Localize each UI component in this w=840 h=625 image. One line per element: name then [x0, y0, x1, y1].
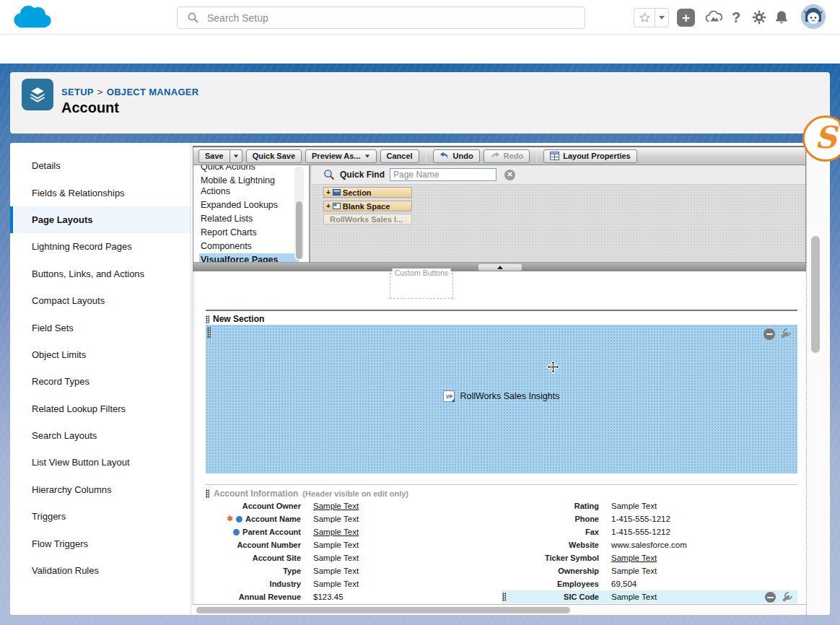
user-avatar[interactable] — [801, 4, 826, 29]
palette-item-rollworks-sales-insights: RollWorks Sales I... — [323, 214, 412, 224]
controlled-field-dot-icon — [233, 529, 240, 536]
layout-field-row[interactable]: Rating Sample Text — [502, 499, 797, 512]
layout-field-row[interactable]: ✱Account Name Sample Text — [206, 512, 502, 525]
palette-category-related-lists[interactable]: Related Lists — [199, 212, 299, 226]
trailhead-button[interactable] — [704, 9, 724, 26]
field-label: Rating — [574, 502, 599, 510]
layout-editor-toolbar: Save Quick Save Preview As... Cancel Und… — [193, 146, 806, 165]
layout-properties-button[interactable]: Layout Properties — [543, 149, 637, 163]
field-properties-wrench-icon[interactable] — [781, 591, 793, 603]
palette-collapse-button[interactable] — [478, 264, 522, 271]
palette-item-label: Section — [343, 188, 372, 197]
field-value: Sample Text — [313, 580, 359, 588]
drag-handle-icon[interactable] — [206, 315, 209, 323]
layout-field-row[interactable]: Employees 69,504 — [502, 577, 797, 590]
preview-as-button[interactable]: Preview As... — [305, 149, 376, 163]
new-section-header[interactable]: New Section — [206, 314, 264, 324]
object-manager-sidebar: Details Fields & Relationships Page Layo… — [10, 143, 191, 615]
layout-field-row[interactable]: Account Number Sample Text — [206, 538, 502, 551]
chevron-up-icon — [497, 266, 503, 269]
breadcrumb-object-manager-link[interactable]: OBJECT MANAGER — [107, 87, 199, 97]
sidebar-item-compact-layouts[interactable]: Compact Layouts — [10, 287, 191, 314]
sidebar-item-record-types[interactable]: Record Types — [10, 368, 191, 395]
palette-item-section[interactable]: + Section — [323, 187, 412, 198]
scrollbar-thumb[interactable] — [296, 201, 302, 259]
object-icon — [22, 79, 53, 110]
global-add-button[interactable]: + — [677, 9, 695, 27]
undo-button[interactable]: Undo — [433, 149, 480, 163]
layout-field-row[interactable]: Ticker Symbol Sample Text — [502, 551, 797, 564]
field-value: Sample Text — [611, 502, 657, 510]
redo-button[interactable]: Redo — [484, 149, 530, 163]
field-value: Sample Text — [611, 554, 657, 562]
setup-gear-button[interactable] — [751, 9, 767, 26]
drag-handle-icon[interactable] — [502, 593, 506, 601]
favorites-dropdown-button[interactable] — [655, 9, 668, 27]
field-label: Ticker Symbol — [545, 554, 599, 562]
remove-section-icon[interactable] — [764, 328, 775, 340]
palette-category-expanded-lookups[interactable]: Expanded Lookups — [199, 198, 299, 212]
cancel-button[interactable]: Cancel — [380, 149, 419, 163]
palette-category-visualforce-pages[interactable]: Visualforce Pages — [199, 253, 299, 262]
scrollbar-thumb[interactable] — [196, 607, 570, 613]
drag-handle-icon[interactable] — [207, 327, 211, 338]
layout-field-row[interactable]: Fax 1-415-555-1212 — [502, 525, 797, 538]
layout-editor-palette: Quick Actions Mobile & Lightning Actions… — [193, 165, 806, 262]
editor-horizontal-scrollbar[interactable] — [193, 605, 806, 615]
custom-buttons-dropzone[interactable]: Custom Buttons — [390, 273, 453, 299]
sidebar-item-object-limits[interactable]: Object Limits — [10, 341, 191, 368]
help-button[interactable]: ? — [729, 9, 743, 26]
palette-item-blank-space[interactable]: + Blank Space — [323, 201, 412, 211]
palette-category-scrollbar[interactable] — [294, 167, 304, 261]
layout-field-row[interactable]: Website www.salesforce.com — [502, 538, 797, 551]
field-label: Type — [283, 567, 301, 575]
editor-vertical-scrollbar[interactable] — [806, 146, 828, 615]
drag-handle-icon[interactable] — [206, 489, 209, 498]
account-section-divider — [206, 484, 797, 485]
scrollbar-thumb[interactable] — [811, 236, 820, 353]
quick-find-input[interactable] — [390, 168, 496, 181]
favorite-star-button[interactable] — [634, 9, 655, 27]
astro-avatar-icon — [802, 5, 825, 28]
sidebar-item-flow-triggers[interactable]: Flow Triggers — [10, 530, 191, 556]
sidebar-item-triggers[interactable]: Triggers — [10, 503, 191, 530]
save-button[interactable]: Save — [198, 149, 230, 163]
remove-field-icon[interactable] — [765, 592, 776, 603]
layout-field-row[interactable]: Annual Revenue $123.45 — [206, 590, 502, 603]
sidebar-item-page-layouts[interactable]: Page Layouts — [10, 206, 191, 233]
sidebar-item-buttons-links-actions[interactable]: Buttons, Links, and Actions — [10, 261, 191, 287]
layout-field-row[interactable]: Account Site Sample Text — [206, 551, 502, 564]
search-input[interactable] — [207, 12, 554, 24]
field-label: Phone — [574, 515, 599, 523]
sidebar-item-field-sets[interactable]: Field Sets — [10, 314, 191, 341]
breadcrumb-setup-link[interactable]: SETUP — [61, 87, 94, 97]
section-properties-wrench-icon[interactable] — [779, 328, 792, 340]
sidebar-item-fields-relationships[interactable]: Fields & Relationships — [10, 179, 191, 206]
layout-field-row[interactable]: Type Sample Text — [206, 564, 502, 577]
notifications-button[interactable] — [774, 9, 789, 26]
layout-field-row[interactable]: Ownership Sample Text — [502, 564, 797, 577]
palette-category-mobile-lightning-actions[interactable]: Mobile & Lightning Actions — [199, 174, 299, 198]
sidebar-item-search-layouts[interactable]: Search Layouts — [10, 422, 191, 449]
sidebar-item-validation-rules[interactable]: Validation Rules — [10, 557, 191, 584]
layout-field-row[interactable]: Industry Sample Text — [206, 577, 502, 590]
search-icon — [188, 12, 198, 23]
layout-field-row-highlighted[interactable]: SIC Code Sample Text — [502, 590, 797, 603]
save-dropdown-button[interactable] — [230, 149, 242, 163]
account-section-header[interactable]: Account Information (Header visible on e… — [206, 489, 408, 499]
sidebar-item-list-view-button-layout[interactable]: List View Button Layout — [10, 449, 191, 476]
sidebar-item-related-lookup-filters[interactable]: Related Lookup Filters — [10, 395, 191, 422]
layout-field-row[interactable]: Parent Account Sample Text — [206, 525, 502, 538]
layout-field-row[interactable]: Account Owner Sample Text — [206, 499, 502, 512]
quick-save-button[interactable]: Quick Save — [246, 149, 302, 163]
palette-category-components[interactable]: Components — [199, 240, 299, 253]
palette-category-report-charts[interactable]: Report Charts — [199, 226, 299, 240]
sidebar-item-details[interactable]: Details — [10, 152, 191, 179]
sidebar-item-hierarchy-columns[interactable]: Hierarchy Columns — [10, 476, 191, 503]
quick-find-clear-button[interactable]: ✕ — [504, 170, 515, 180]
layout-field-row[interactable]: Phone 1-415-555-1212 — [502, 512, 797, 525]
vf-page-component[interactable]: VF RollWorks Sales Insights — [206, 390, 797, 403]
field-value: Sample Text — [313, 567, 359, 575]
sidebar-item-lightning-record-pages[interactable]: Lightning Record Pages — [10, 233, 191, 260]
palette-category-quick-actions[interactable]: Quick Actions — [199, 165, 299, 174]
